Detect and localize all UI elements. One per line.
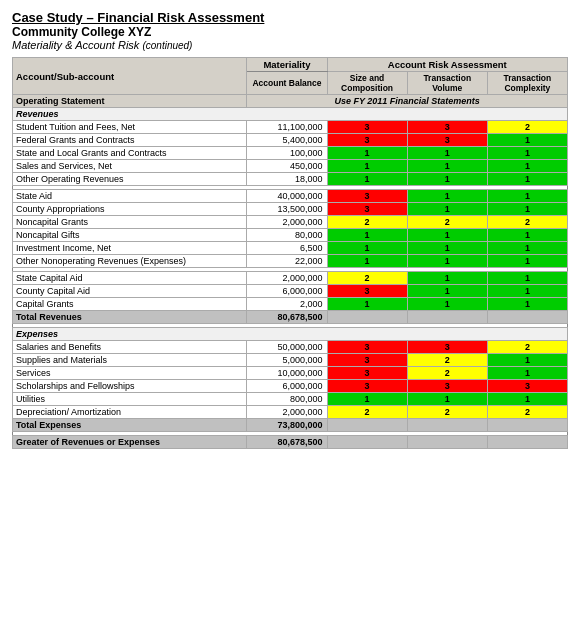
title-line1: Case Study – Financial Risk Assessment <box>12 10 568 25</box>
grand-total-amount: 80,678,500 <box>247 436 327 449</box>
row-c3: 3 <box>327 121 407 134</box>
capital-row-0: State Capital Aid 2,000,000 2 1 1 <box>13 272 568 285</box>
row-c3: 1 <box>327 242 407 255</box>
category-label: Revenues <box>13 108 568 121</box>
total-row: Total Expenses 73,800,000 <box>13 419 568 432</box>
row-name: Noncapital Grants <box>13 216 247 229</box>
row-amount: 50,000,000 <box>247 341 327 354</box>
category-row: Revenues <box>13 108 568 121</box>
row-amount: 10,000,000 <box>247 367 327 380</box>
row-c5: 1 <box>487 393 567 406</box>
row-amount: 6,000,000 <box>247 285 327 298</box>
nonoperating-row-2: Noncapital Grants 2,000,000 2 2 2 <box>13 216 568 229</box>
row-amount: 80,000 <box>247 229 327 242</box>
row-name: State Capital Aid <box>13 272 247 285</box>
account-risk-header: Account Risk Assessment <box>327 58 568 72</box>
total-row: Total Revenues 80,678,500 <box>13 311 568 324</box>
row-name: Other Operating Revenues <box>13 173 247 186</box>
row-c3: 3 <box>327 380 407 393</box>
row-c5: 1 <box>487 134 567 147</box>
row-c5: 1 <box>487 229 567 242</box>
row-c4: 1 <box>407 298 487 311</box>
row-amount: 100,000 <box>247 147 327 160</box>
row-c5: 2 <box>487 341 567 354</box>
expense-row-2: Services 10,000,000 3 2 1 <box>13 367 568 380</box>
nonoperating-row-4: Investment Income, Net 6,500 1 1 1 <box>13 242 568 255</box>
row-c3: 3 <box>327 341 407 354</box>
nonoperating-row-5: Other Nonoperating Revenues (Expenses) 2… <box>13 255 568 268</box>
row-c4: 1 <box>407 272 487 285</box>
row-name: State and Local Grants and Contracts <box>13 147 247 160</box>
row-c5: 1 <box>487 298 567 311</box>
grand-total-row: Greater of Revenues or Expenses 80,678,5… <box>13 436 568 449</box>
row-amount: 5,400,000 <box>247 134 327 147</box>
row-c4: 1 <box>407 203 487 216</box>
row-name: State Aid <box>13 190 247 203</box>
row-amount: 40,000,000 <box>247 190 327 203</box>
row-c3: 3 <box>327 354 407 367</box>
row-name: Depreciation/ Amortization <box>13 406 247 419</box>
revenue-row-3: Sales and Services, Net 450,000 1 1 1 <box>13 160 568 173</box>
row-name: Scholarships and Fellowships <box>13 380 247 393</box>
total-amount: 80,678,500 <box>247 311 327 324</box>
grand-total-label: Greater of Revenues or Expenses <box>13 436 247 449</box>
row-amount: 2,000,000 <box>247 216 327 229</box>
row-c4: 2 <box>407 216 487 229</box>
row-c3: 2 <box>327 216 407 229</box>
capital-row-1: County Capital Aid 6,000,000 3 1 1 <box>13 285 568 298</box>
row-c3: 2 <box>327 406 407 419</box>
revenue-row-0: Student Tuition and Fees, Net 11,100,000… <box>13 121 568 134</box>
row-c5: 1 <box>487 190 567 203</box>
col5-header: Transaction Complexity <box>487 72 567 95</box>
expense-row-1: Supplies and Materials 5,000,000 3 2 1 <box>13 354 568 367</box>
row-c4: 1 <box>407 190 487 203</box>
row-amount: 11,100,000 <box>247 121 327 134</box>
row-name: Services <box>13 367 247 380</box>
row-c4: 1 <box>407 393 487 406</box>
nonoperating-row-0: State Aid 40,000,000 3 1 1 <box>13 190 568 203</box>
row-c5: 2 <box>487 406 567 419</box>
row-c5: 1 <box>487 354 567 367</box>
nonoperating-row-3: Noncapital Gifts 80,000 1 1 1 <box>13 229 568 242</box>
row-c3: 2 <box>327 272 407 285</box>
row-c4: 2 <box>407 367 487 380</box>
category-label: Expenses <box>13 328 568 341</box>
row-name: Utilities <box>13 393 247 406</box>
row-c5: 1 <box>487 173 567 186</box>
row-c4: 3 <box>407 380 487 393</box>
expense-row-4: Utilities 800,000 1 1 1 <box>13 393 568 406</box>
title-line3: Materiality & Account Risk (continued) <box>12 39 568 51</box>
row-c4: 3 <box>407 341 487 354</box>
row-amount: 22,000 <box>247 255 327 268</box>
row-c5: 1 <box>487 147 567 160</box>
row-c4: 2 <box>407 406 487 419</box>
row-c5: 2 <box>487 216 567 229</box>
title-line2: Community College XYZ <box>12 25 568 39</box>
row-c5: 1 <box>487 160 567 173</box>
section-note: Use FY 2011 Financial Statements <box>247 95 568 108</box>
row-c3: 1 <box>327 173 407 186</box>
revenue-row-2: State and Local Grants and Contracts 100… <box>13 147 568 160</box>
row-c3: 1 <box>327 160 407 173</box>
row-c5: 3 <box>487 380 567 393</box>
row-c4: 1 <box>407 229 487 242</box>
row-name: Salaries and Benefits <box>13 341 247 354</box>
row-name: Noncapital Gifts <box>13 229 247 242</box>
row-amount: 450,000 <box>247 160 327 173</box>
row-c4: 1 <box>407 242 487 255</box>
row-amount: 18,000 <box>247 173 327 186</box>
row-c5: 2 <box>487 121 567 134</box>
expense-row-5: Depreciation/ Amortization 2,000,000 2 2… <box>13 406 568 419</box>
row-c3: 1 <box>327 147 407 160</box>
row-c4: 3 <box>407 134 487 147</box>
expense-row-0: Salaries and Benefits 50,000,000 3 3 2 <box>13 341 568 354</box>
row-amount: 5,000,000 <box>247 354 327 367</box>
row-name: Investment Income, Net <box>13 242 247 255</box>
row-amount: 2,000,000 <box>247 272 327 285</box>
row-name: County Appropriations <box>13 203 247 216</box>
row-c3: 1 <box>327 229 407 242</box>
row-c4: 3 <box>407 121 487 134</box>
row-amount: 2,000,000 <box>247 406 327 419</box>
expense-row-3: Scholarships and Fellowships 6,000,000 3… <box>13 380 568 393</box>
materiality-header: Materiality <box>247 58 327 72</box>
